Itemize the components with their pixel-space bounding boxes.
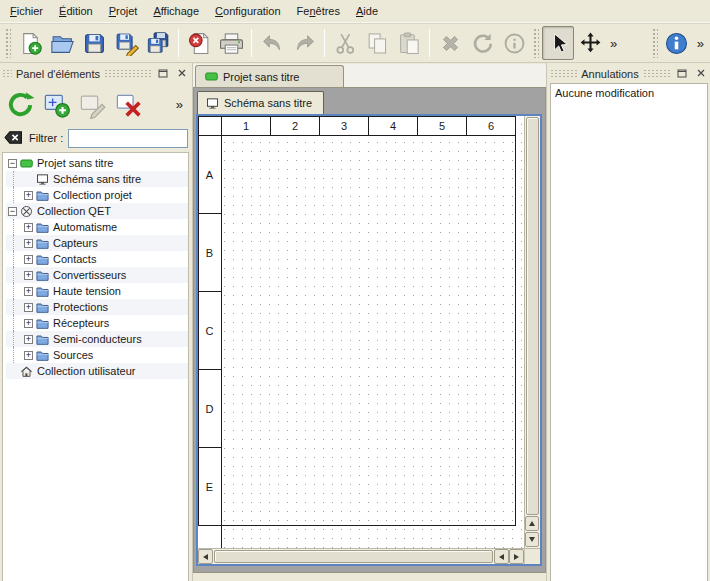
select-mode-button[interactable] [542,26,574,60]
tree-expander-plus[interactable]: + [24,303,33,312]
undo-panel-titlebar[interactable]: Annulations [550,66,708,81]
tree-item-schema-sans-titre[interactable]: Schéma sans titre [6,171,188,187]
tree-expander-plus[interactable]: + [24,351,33,360]
tree-item-label: Haute tension [53,285,121,297]
menu-configuration[interactable]: Configuration [207,1,288,21]
elements-panel-titlebar[interactable]: Panel d'éléments [2,66,189,81]
scroll-up-button[interactable] [525,516,539,531]
home-icon [20,365,33,378]
open-file-button[interactable] [46,26,78,60]
tree-item-label: Automatisme [53,221,117,233]
copy-button [361,26,393,60]
close-file-button[interactable] [183,26,215,60]
scroll-right-button[interactable] [509,549,524,564]
horizontal-scrollbar-track[interactable] [213,549,494,564]
tree-expander-minus[interactable]: − [8,159,17,168]
undo-history-list[interactable]: Aucune modification [550,83,708,581]
save-button[interactable] [78,26,110,60]
tree-expander-minus[interactable]: − [8,207,17,216]
new-element-button[interactable] [38,85,74,123]
dock-toolbar-overflow[interactable]: » [172,97,187,112]
menu-fichier[interactable]: Fichier [2,1,51,21]
tree-expander-plus[interactable]: + [24,287,33,296]
toolbar-handle[interactable] [533,28,539,58]
mode-toolbar-overflow[interactable]: » [606,36,621,51]
dock-grip[interactable] [550,69,577,78]
tree-item-collection-utilisateur[interactable]: Collection utilisateur [6,363,188,379]
tree-item-convertisseurs[interactable]: +Convertisseurs [6,267,188,283]
folder-icon [36,349,49,362]
scroll-left-button[interactable] [198,549,213,564]
horizontal-scrollbar-thumb[interactable] [214,550,493,563]
menu-edition[interactable]: Édition [51,1,101,21]
tree-expander-plus[interactable]: + [24,255,33,264]
tree-item-haute-tension[interactable]: +Haute tension [6,283,188,299]
vertical-scrollbar-thumb[interactable] [526,117,539,515]
tree-guide [6,267,22,283]
dock-float-button[interactable] [155,67,170,80]
filter-input[interactable] [68,129,188,148]
save-as-button[interactable] [110,26,142,60]
tree-guide [6,299,22,315]
dock-float-button[interactable] [674,67,689,80]
tree-item-collection-projet[interactable]: +Collection projet [6,187,188,203]
dock-close-button[interactable] [693,67,708,80]
dock-grip[interactable] [643,69,670,78]
dock-close-button[interactable] [174,67,189,80]
tree-expander-plus[interactable]: + [24,191,33,200]
print-button[interactable] [215,26,247,60]
project-tab[interactable]: Projet sans titre [195,65,344,87]
schema-canvas[interactable]: 123456 ABCDE [198,116,524,548]
reload-collections-button[interactable] [2,85,38,123]
vertical-scrollbar-track[interactable] [525,116,540,516]
toolbar-extension-button[interactable]: » [693,36,708,51]
tree-item-capteurs[interactable]: +Capteurs [6,235,188,251]
toolbar-handle[interactable] [652,28,658,58]
tree-item-collection-qet[interactable]: −Collection QET [6,203,188,219]
redo-button [288,26,320,60]
menu-aide[interactable]: Aide [348,1,386,21]
tree-item-label: Projet sans titre [37,157,113,169]
scrollbar-corner [524,549,540,564]
scroll-left-button-2[interactable] [494,549,509,564]
tree-item-recepteurs[interactable]: +Récepteurs [6,315,188,331]
tree-item-contacts[interactable]: +Contacts [6,251,188,267]
tree-expander-plus[interactable]: + [24,271,33,280]
undo-panel-dock: Annulations Aucune modification [546,63,710,581]
tree-expander-plus[interactable]: + [24,239,33,248]
tree-guide [6,235,22,251]
menu-affichage[interactable]: Affichage [145,1,207,21]
delete-element-button[interactable] [110,85,146,123]
tree-guide [6,187,22,203]
tree-item-automatisme[interactable]: +Automatisme [6,219,188,235]
clear-filter-button[interactable] [3,130,24,146]
tree-expander-plus[interactable]: + [24,335,33,344]
arrow-left-icon [499,554,504,560]
dock-grip[interactable] [2,69,12,78]
save-all-icon [146,31,171,56]
save-all-button[interactable] [142,26,174,60]
about-qet-button[interactable] [661,26,693,60]
new-file-button[interactable] [14,26,46,60]
folder-icon [36,253,49,266]
schema-body: 123456 ABCDE [198,116,540,548]
ruler-row-E: E [198,448,221,526]
tree-expander-plus[interactable]: + [24,319,33,328]
toolbar-handle[interactable] [5,28,11,58]
menu-projet[interactable]: Projet [101,1,146,21]
vertical-scrollbar[interactable] [524,116,540,548]
horizontal-scrollbar[interactable] [198,548,540,564]
scroll-mode-button[interactable] [574,26,606,60]
tree-expander-plus[interactable]: + [24,223,33,232]
cut-button [329,26,361,60]
tree-item-semi-conducteurs[interactable]: +Semi-conducteurs [6,331,188,347]
tree-item-sources[interactable]: +Sources [6,347,188,363]
scroll-down-button[interactable] [525,532,539,547]
tree-item-projet-sans-titre[interactable]: −Projet sans titre [6,155,188,171]
ruler-corner [198,116,222,136]
tree-item-protections[interactable]: +Protections [6,299,188,315]
ruler-column-6: 6 [467,116,516,136]
menu-fenetres[interactable]: Fenêtres [289,1,348,21]
schema-tab[interactable]: Schéma sans titre [197,91,324,114]
dock-grip[interactable] [104,69,151,78]
